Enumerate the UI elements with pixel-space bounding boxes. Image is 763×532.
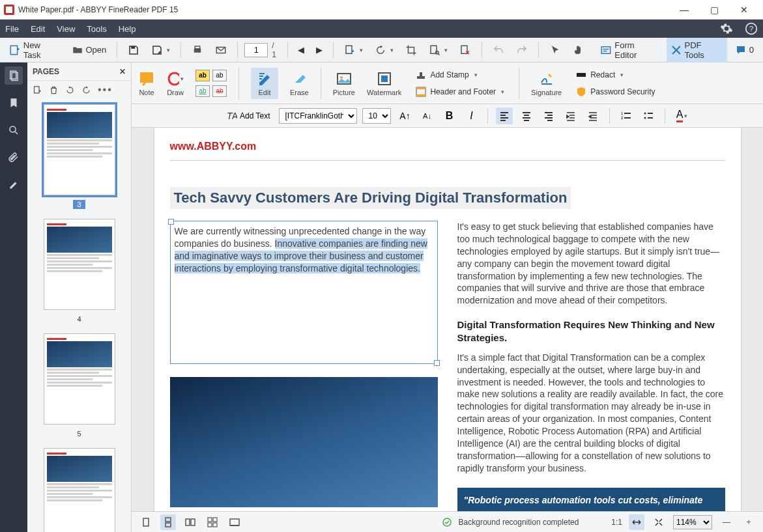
close-button[interactable]: ✕ — [729, 0, 759, 20]
pages-panel-close[interactable]: ✕ — [119, 67, 126, 76]
delete-page-button[interactable] — [455, 42, 475, 59]
bold-button[interactable]: B — [440, 107, 457, 124]
redo-button[interactable] — [512, 42, 532, 59]
rail-pages[interactable] — [5, 66, 23, 85]
add-stamp-button[interactable]: Add Stamp▾ — [413, 68, 507, 81]
next-page-button[interactable]: ▶ — [312, 42, 326, 57]
increase-font-button[interactable]: A↑ — [396, 107, 413, 124]
signature-tool[interactable]: Signature — [531, 70, 562, 96]
pdf-tools-button[interactable]: PDF Tools — [667, 38, 727, 63]
doc-subheading[interactable]: Digital Transformation Requires New Thin… — [457, 318, 725, 345]
comments-button[interactable]: 0 — [731, 42, 758, 59]
minimize-button[interactable]: — — [669, 0, 699, 20]
view-two-page-button[interactable] — [182, 514, 198, 530]
menu-file[interactable]: File — [5, 24, 19, 34]
view-fullscreen-button[interactable] — [227, 514, 242, 530]
picture-tool[interactable]: Picture — [333, 70, 355, 96]
editable-text-box[interactable]: We are currently witnessing unprecedente… — [170, 221, 438, 364]
document-viewport[interactable]: www.ABBYY.com Tech Savvy Customers Are D… — [132, 128, 763, 511]
menu-edit[interactable]: Edit — [31, 24, 45, 34]
align-left-button[interactable] — [496, 107, 513, 124]
italic-button[interactable]: I — [463, 107, 480, 124]
view-continuous-button[interactable] — [160, 514, 176, 530]
note-tool[interactable]: Note — [138, 70, 155, 96]
rotate-button[interactable]: ▾ — [371, 42, 397, 59]
open-button[interactable]: Open — [68, 42, 111, 59]
draw-tool[interactable]: ▾ Draw — [167, 70, 184, 96]
add-page-icon[interactable] — [33, 85, 42, 95]
font-size-select[interactable]: 10 — [362, 108, 391, 124]
watermark-tool[interactable]: Watermark — [367, 70, 401, 96]
numbered-list-button[interactable]: 12 — [618, 107, 635, 124]
hand-button[interactable] — [569, 42, 588, 59]
maximize-button[interactable]: ▢ — [699, 0, 729, 20]
doc-p3[interactable]: It's a simple fact that Digital Transfor… — [457, 352, 725, 475]
thumbnail-page-6[interactable]: 6 — [33, 448, 126, 532]
add-text-button[interactable]: TA Add Text — [222, 107, 274, 124]
erase-tool[interactable]: Erase — [290, 70, 309, 96]
thumbnail-page-5[interactable]: 5 — [33, 333, 126, 439]
fit-width-button[interactable] — [629, 514, 644, 530]
new-task-button[interactable]: New Task — [5, 38, 64, 63]
thumbnail-page-4[interactable]: 4 — [33, 219, 126, 324]
doc-p2[interactable]: It's easy to get stuck believing that es… — [457, 221, 725, 307]
redact-button[interactable]: Redact▾ — [573, 68, 657, 81]
shield-icon — [576, 87, 586, 97]
indent-button[interactable] — [562, 107, 579, 124]
doc-link[interactable]: www.ABBYY.com — [170, 141, 725, 161]
print-button[interactable] — [188, 42, 207, 59]
help-icon[interactable]: ? — [745, 22, 758, 35]
doc-heading[interactable]: Tech Savvy Customers Are Driving Digital… — [170, 187, 571, 209]
search-doc-button[interactable]: ▾ — [425, 42, 452, 59]
zoom-out-button[interactable]: — — [719, 514, 734, 530]
strikethrough-tool[interactable]: ab — [212, 85, 227, 97]
rotate-cw-icon[interactable] — [81, 85, 91, 95]
trash-icon[interactable] — [49, 85, 59, 95]
rail-attachments[interactable] — [5, 148, 23, 167]
rail-search[interactable] — [5, 121, 23, 139]
thumbnail-page-3[interactable]: 3 — [33, 104, 126, 210]
crop-button[interactable] — [401, 42, 421, 59]
menu-view[interactable]: View — [57, 24, 75, 34]
password-button[interactable]: Password Security — [573, 85, 657, 98]
decrease-font-button[interactable]: A↓ — [418, 107, 435, 124]
zoom-select[interactable]: 114% — [673, 515, 712, 529]
rail-signature[interactable] — [5, 176, 23, 194]
rail-bookmarks[interactable] — [5, 94, 23, 112]
font-family-select[interactable]: [ITCFranklinGothic] — [279, 108, 357, 124]
underline-tool[interactable]: ab — [195, 85, 210, 97]
page-number-input[interactable] — [244, 43, 268, 57]
view-single-button[interactable] — [138, 514, 154, 530]
align-right-button[interactable] — [540, 107, 557, 124]
fit-page-button[interactable] — [651, 514, 667, 530]
add-page-button[interactable]: ▾ — [340, 42, 367, 59]
more-icon[interactable]: ••• — [98, 84, 113, 96]
outdent-button[interactable] — [584, 107, 601, 124]
save-button[interactable] — [124, 42, 143, 59]
doc-callout[interactable]: "Robotic process automation tools cut co… — [457, 488, 725, 511]
undo-button[interactable] — [489, 42, 508, 59]
settings-icon[interactable] — [720, 22, 733, 35]
view-two-continuous-button[interactable] — [205, 514, 220, 530]
zoom-ratio[interactable]: 1:1 — [611, 518, 622, 527]
svg-text:A: A — [232, 111, 237, 121]
pointer-icon — [549, 44, 561, 56]
zoom-in-button[interactable]: ＋ — [741, 514, 756, 530]
rotate-ccw-icon[interactable] — [65, 85, 75, 95]
highlight-clear-tool[interactable]: ab — [212, 70, 227, 81]
header-footer-button[interactable]: Header and Footer▾ — [413, 85, 507, 98]
menu-help[interactable]: Help — [119, 24, 136, 34]
prev-page-button[interactable]: ◀ — [294, 42, 308, 57]
menu-tools[interactable]: Tools — [87, 24, 106, 34]
pointer-button[interactable] — [545, 42, 565, 59]
save-as-button[interactable]: ▾ — [147, 42, 174, 59]
form-editor-button[interactable]: Form Editor — [596, 38, 662, 63]
edit-tool[interactable]: Edit — [251, 68, 278, 99]
svg-rect-26 — [577, 73, 586, 77]
align-center-button[interactable] — [518, 107, 535, 124]
bulleted-list-button[interactable] — [640, 107, 657, 124]
email-button[interactable] — [211, 42, 231, 59]
font-color-button[interactable]: A▾ — [673, 107, 690, 124]
doc-image[interactable] — [170, 377, 438, 507]
highlight-yellow-tool[interactable]: ab — [195, 70, 210, 81]
